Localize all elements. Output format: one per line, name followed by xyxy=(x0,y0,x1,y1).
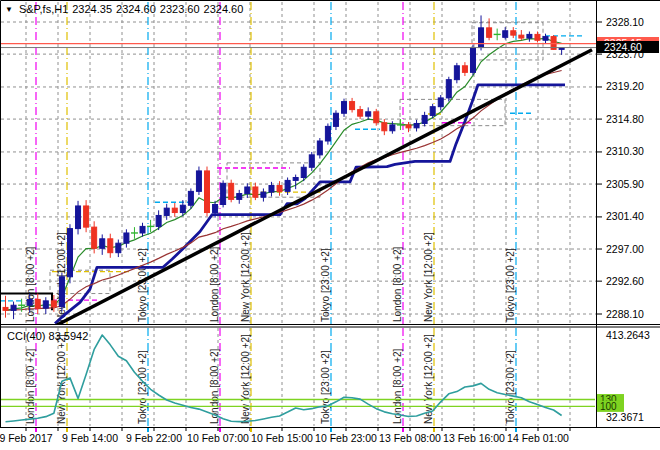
ohlc-open: 2324.35 xyxy=(72,3,112,15)
candle-body xyxy=(479,28,484,48)
price-axis-label: 2319.20 xyxy=(606,80,644,92)
time-axis-label: 10 Feb 07:00 xyxy=(187,432,249,444)
candle-body xyxy=(535,34,540,40)
cci-line xyxy=(6,335,562,422)
candle-body xyxy=(438,98,443,107)
candle-body xyxy=(446,80,451,98)
candle-body xyxy=(59,277,64,307)
session-label-tokyo: Tokyo [23:00 +2] xyxy=(320,350,331,424)
info-bar: ▼ S&P,fs,H1 2324.35 2324.60 2323.60 2324… xyxy=(5,3,243,15)
candle-body xyxy=(406,125,411,128)
time-axis-label: 9 Feb 22:00 xyxy=(126,432,182,444)
candle-body xyxy=(527,34,532,38)
price-axis[interactable]: 2328.102323.702319.202314.802310.302305.… xyxy=(597,16,650,424)
candle-body xyxy=(261,192,266,197)
candle-body xyxy=(76,206,81,229)
candle-body xyxy=(511,31,516,35)
candle-body xyxy=(205,171,210,213)
candle-body xyxy=(124,233,129,243)
session-label-london: London [8:00 +2] xyxy=(25,348,36,424)
candle-body xyxy=(543,37,548,41)
price-axis-label: 2314.80 xyxy=(606,113,644,125)
session-label-newyork: New York [12:00 +2] xyxy=(423,232,434,322)
candle-body xyxy=(51,301,56,307)
candle-body xyxy=(430,107,435,116)
candle-body xyxy=(277,186,282,192)
candle-body xyxy=(116,243,121,252)
candle-body xyxy=(221,183,226,204)
session-label-london: London [8:00 +2] xyxy=(25,246,36,322)
candle-body xyxy=(84,206,89,227)
candle-body xyxy=(317,141,322,155)
price-axis-label: 2310.30 xyxy=(606,145,644,157)
candle-body xyxy=(67,229,72,277)
session-label-london: London [8:00 +2] xyxy=(209,246,220,322)
candle-body xyxy=(11,305,16,310)
candle-body xyxy=(213,205,218,213)
time-axis-label: 9 Feb 2017 xyxy=(0,432,53,444)
session-label-wrap: New York [12:00 +2] xyxy=(240,334,251,424)
candle-body xyxy=(269,186,274,193)
session-label-newyork: New York [12:00 +2] xyxy=(56,334,67,424)
cci-level-label: 100 xyxy=(600,401,617,412)
session-label-wrap: Tokyo [23:00 +2] xyxy=(137,350,148,424)
candle-body xyxy=(164,208,169,215)
candle-body xyxy=(285,180,290,191)
candle-body xyxy=(293,177,298,180)
ohlc-low: 2323.60 xyxy=(160,3,200,15)
collapse-triangle-icon[interactable]: ▼ xyxy=(5,5,13,14)
candle-body xyxy=(92,227,97,248)
candle-body xyxy=(140,226,145,233)
candle-body xyxy=(414,123,419,127)
chart-window: { "window": { "width": 660, "height": 45… xyxy=(0,0,660,450)
indicator-title: CCI(40) 83.5942 xyxy=(7,330,88,342)
candle-body xyxy=(108,239,113,253)
candle-body xyxy=(229,183,234,199)
candle-body xyxy=(422,115,427,123)
candle-body xyxy=(309,155,314,167)
candle-body xyxy=(180,205,185,212)
candle-body xyxy=(503,31,508,38)
candle-body xyxy=(342,102,347,114)
time-axis-label: 10 Feb 15:00 xyxy=(251,432,313,444)
symbol-period-label: S&P,fs,H1 xyxy=(19,3,68,15)
annotations-layer xyxy=(0,23,583,301)
session-label-wrap: Tokyo [23:00 +2] xyxy=(320,350,331,424)
price-axis-label: 2288.10 xyxy=(606,308,644,320)
candle-body xyxy=(519,35,524,38)
bid-price-label: 2324.60 xyxy=(597,41,659,53)
candle-body xyxy=(27,299,32,305)
time-axis-label: 14 Feb 01:00 xyxy=(507,432,569,444)
session-label-wrap: London [8:00 +2] xyxy=(392,348,403,424)
candle-body xyxy=(470,48,475,73)
candle-body xyxy=(188,191,193,205)
candle-body xyxy=(487,28,492,37)
ohlc-close: 2324.60 xyxy=(204,3,244,15)
time-axis[interactable]: 9 Feb 20179 Feb 14:009 Feb 22:0010 Feb 0… xyxy=(0,428,570,444)
candle-body xyxy=(100,239,105,248)
candle-body xyxy=(3,307,8,310)
chart-canvas[interactable]: 2328.102323.702319.202314.802310.302305.… xyxy=(0,0,660,450)
session-label-tokyo: Tokyo [23:00 +2] xyxy=(505,248,516,322)
candle-body xyxy=(333,113,338,126)
ohlc-high: 2324.60 xyxy=(116,3,156,15)
candle-body xyxy=(43,301,48,308)
candle-body xyxy=(245,187,250,194)
candle-body xyxy=(237,194,242,200)
candle-body xyxy=(156,215,161,226)
time-axis-label: 13 Feb 08:00 xyxy=(379,432,441,444)
candle-body xyxy=(366,112,371,116)
candle-body xyxy=(374,112,379,123)
candle-body xyxy=(196,171,201,191)
session-label-wrap: New York [12:00 +2] xyxy=(56,334,67,424)
price-axis-label: 2328.10 xyxy=(606,16,644,28)
candle-body xyxy=(35,299,40,308)
session-label-tokyo: Tokyo [23:00 +2] xyxy=(320,248,331,322)
session-label-london: London [8:00 +2] xyxy=(392,348,403,424)
candle-body xyxy=(325,126,330,141)
candle-body xyxy=(462,66,467,73)
candle-body xyxy=(454,66,459,80)
time-axis-label: 10 Feb 23:00 xyxy=(315,432,377,444)
cci-scale-min: 32.3671 xyxy=(606,411,644,423)
price-axis-label: 2305.90 xyxy=(606,178,644,190)
